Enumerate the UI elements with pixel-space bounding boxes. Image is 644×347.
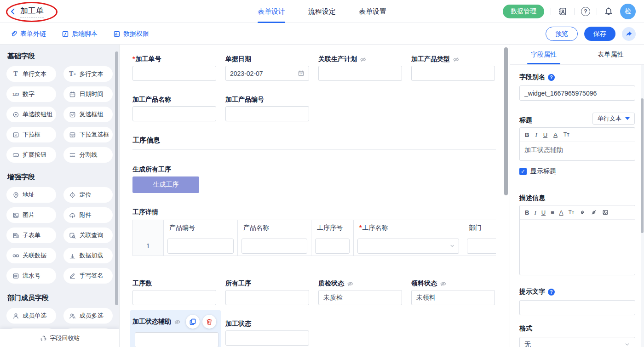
field-type-select[interactable]: 下拉框	[6, 127, 56, 142]
field-doc-date[interactable]: 单据日期 2023-02-07 7	[225, 55, 309, 81]
process-status-input[interactable]	[225, 330, 309, 346]
order-no-input[interactable]	[132, 66, 216, 81]
field-generate-all[interactable]: 生成所有工序 生成工序	[132, 165, 497, 193]
italic-tool[interactable]: I	[535, 132, 537, 138]
tab-field-properties[interactable]: 字段属性	[510, 45, 577, 64]
backend-script-link[interactable]: 后端脚本	[62, 30, 98, 38]
all-process-input[interactable]	[225, 290, 309, 305]
generate-process-button[interactable]: 生成工序	[132, 176, 199, 193]
user-avatar[interactable]: 检	[620, 4, 636, 19]
field-product-name[interactable]: 加工产品名称	[132, 95, 216, 121]
field-type-single-line-text[interactable]: T单行文本	[6, 66, 56, 82]
bold-tool[interactable]: B	[525, 132, 529, 138]
cell-process-name-select[interactable]	[357, 239, 459, 254]
field-type-checkbox-group[interactable]: 复选框组	[63, 107, 113, 122]
field-type-divider-line[interactable]: 分割线	[63, 147, 113, 163]
field-process-count[interactable]: 工序数	[132, 279, 216, 305]
field-process-status[interactable]: 加工状态	[225, 310, 309, 347]
field-type-radio-group[interactable]: 单选按钮组	[6, 107, 56, 122]
field-type-number[interactable]: 123数字	[6, 86, 56, 102]
field-type-subform[interactable]: 子表单	[6, 228, 56, 243]
font-size-tool[interactable]: Tᴛ	[568, 210, 574, 215]
bold-tool[interactable]: B	[525, 210, 529, 216]
alias-help-icon[interactable]: ?	[548, 74, 555, 81]
share-button[interactable]	[622, 27, 636, 41]
field-production-plan[interactable]: 关联生产计划	[318, 55, 402, 81]
font-size-tool[interactable]: Tᴛ	[564, 132, 569, 137]
help-icon[interactable]: ?	[581, 7, 590, 16]
sidebar-scrollbar[interactable]	[115, 51, 118, 305]
process-count-input[interactable]	[132, 290, 216, 305]
field-all-process[interactable]: 所有工序	[225, 279, 309, 305]
preview-button[interactable]: 预览	[546, 27, 578, 41]
italic-tool[interactable]: I	[534, 210, 536, 216]
align-tool[interactable]: ≡	[551, 210, 554, 216]
qc-status-input[interactable]	[318, 290, 402, 305]
cell-product-no-input[interactable]	[167, 239, 234, 254]
field-type-address[interactable]: 地址	[6, 187, 56, 203]
panel-scrollbar[interactable]	[641, 98, 644, 233]
field-type-linked-data[interactable]: 关联数据	[6, 248, 56, 263]
underline-tool[interactable]: U	[541, 210, 546, 216]
selected-field-status-helper[interactable]: 加工状态辅助	[130, 310, 221, 347]
back-chevron-icon[interactable]	[9, 8, 17, 15]
field-order-no[interactable]: 加工单号	[132, 55, 216, 81]
date-input[interactable]: 2023-02-07 7	[225, 66, 309, 81]
insert-image-icon[interactable]	[602, 209, 609, 216]
show-title-checkbox-row[interactable]: ✓ 显示标题	[519, 167, 635, 176]
field-type-linked-query[interactable]: 关联查询	[63, 228, 113, 243]
product-no-input[interactable]	[225, 106, 309, 121]
field-type-extended-button[interactable]: 扩展按钮	[6, 147, 56, 163]
alias-input[interactable]	[519, 85, 635, 101]
field-product-no[interactable]: 加工产品编号	[225, 95, 309, 121]
title-editor-content[interactable]: 加工状态辅助	[520, 142, 635, 160]
process-info-section[interactable]: 工序信息	[132, 136, 497, 150]
cell-department-input[interactable]	[467, 239, 496, 254]
contact-book-icon[interactable]	[558, 6, 568, 17]
hint-input[interactable]	[519, 300, 635, 315]
product-name-input[interactable]	[132, 106, 216, 121]
font-color-tool[interactable]: A	[559, 210, 564, 216]
data-manage-button[interactable]: 数据管理	[503, 5, 544, 18]
description-editor-content[interactable]	[520, 220, 635, 275]
field-type-data-load[interactable]: 数据加载	[63, 248, 113, 263]
field-type-multi-line-text[interactable]: T≡多行文本	[63, 66, 113, 82]
save-button[interactable]: 保存	[584, 27, 615, 41]
field-type-member-single[interactable]: 成员单选	[6, 308, 56, 324]
back-title-group[interactable]: 加工单	[9, 0, 44, 23]
field-type-dropdown[interactable]: 单行文本	[592, 113, 635, 125]
status-helper-input[interactable]	[135, 332, 218, 347]
copy-field-button[interactable]	[186, 315, 200, 329]
form-external-link[interactable]: 表单外链	[10, 30, 46, 38]
show-title-checkbox[interactable]: ✓	[519, 168, 527, 175]
tab-form-setting[interactable]: 表单设置	[359, 0, 386, 23]
field-type-signature[interactable]: 手写签名	[63, 268, 113, 284]
field-type-image[interactable]: 图片	[6, 207, 56, 223]
product-type-input[interactable]	[411, 66, 495, 81]
data-permission-link[interactable]: 数据权限	[113, 30, 149, 38]
field-product-type[interactable]: 加工产品类型	[411, 55, 495, 81]
field-material-status[interactable]: 领料状态	[411, 279, 495, 305]
delete-field-button[interactable]	[202, 315, 216, 329]
underline-tool[interactable]: U	[543, 132, 547, 138]
field-type-serial-number[interactable]: 流水号	[6, 268, 56, 284]
field-type-member-multi[interactable]: 成员多选	[63, 308, 113, 324]
cell-product-name-input[interactable]	[242, 239, 307, 254]
cell-process-seq-input[interactable]	[315, 239, 350, 254]
field-type-datetime[interactable]: 日期时间	[63, 86, 113, 102]
bell-icon[interactable]	[604, 6, 614, 17]
insert-link-icon[interactable]	[579, 209, 586, 216]
field-type-location[interactable]: 定位	[63, 187, 113, 203]
field-qc-status[interactable]: 质检状态	[318, 279, 402, 305]
tab-form-design[interactable]: 表单设计	[258, 0, 285, 23]
production-plan-input[interactable]	[318, 66, 402, 81]
format-select[interactable]: 无	[519, 337, 635, 347]
font-color-tool[interactable]: A	[553, 132, 558, 138]
field-recycle-bin[interactable]: 字段回收站	[0, 329, 120, 347]
hint-help-icon[interactable]: ?	[548, 289, 555, 296]
tab-form-properties[interactable]: 表单属性	[577, 45, 644, 64]
field-type-multi-select[interactable]: 下拉复选框	[63, 127, 113, 142]
material-status-input[interactable]	[411, 290, 495, 305]
tab-flow-setting[interactable]: 流程设定	[308, 0, 336, 23]
remove-link-icon[interactable]	[591, 209, 597, 216]
